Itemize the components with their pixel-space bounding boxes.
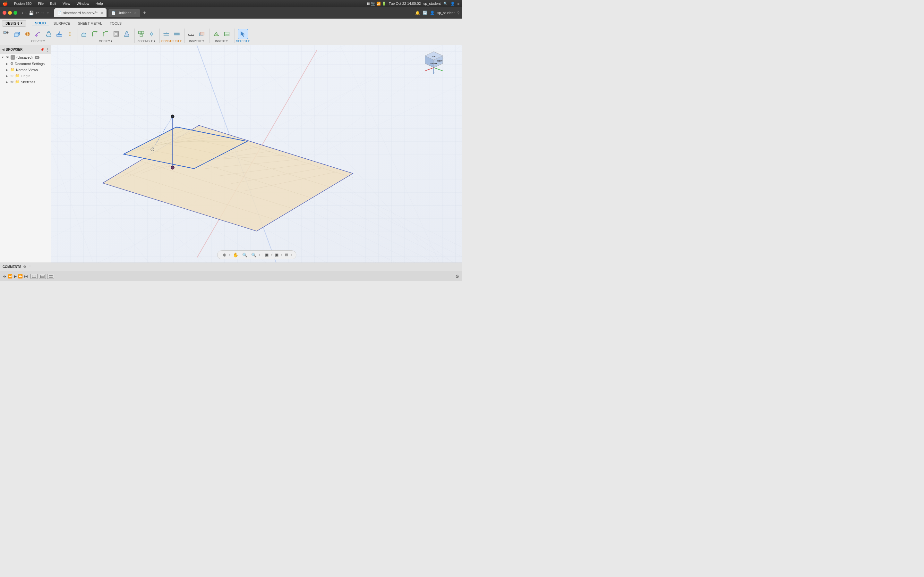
insert-svg-button[interactable]: SVG [222, 29, 232, 39]
new-component-assemble-button[interactable] [136, 29, 146, 39]
browser-item-document-settings[interactable]: ▶ ⚙ Document Settings [0, 61, 51, 67]
extrude-button[interactable] [12, 29, 22, 39]
timeline-next-button[interactable]: ⏩ [18, 274, 23, 279]
tab-surface[interactable]: SURFACE [50, 21, 73, 26]
svg-rect-32 [164, 33, 169, 34]
timeline-play-button[interactable]: ▶ [14, 274, 17, 279]
svg-point-17 [69, 33, 71, 35]
browser-collapse-icon[interactable]: ◀ [2, 48, 5, 51]
menu-window[interactable]: Window [75, 2, 90, 5]
grid-button[interactable]: ⊞ [284, 252, 289, 258]
menu-bar: 🍎 Fusion 360 File Edit View Window Help … [0, 0, 462, 7]
midplane-button[interactable] [172, 29, 182, 39]
chamfer-button[interactable] [100, 29, 111, 39]
rib-button[interactable] [54, 29, 65, 39]
interference-button[interactable] [197, 29, 207, 39]
notification-icon[interactable]: 🔔 [415, 11, 420, 15]
orbit-dropdown-icon[interactable]: ▾ [229, 253, 230, 256]
select-label: SELECT ▾ [236, 39, 250, 43]
sketches-folder-icon: 📁 [15, 80, 19, 84]
viewport-orbit-button[interactable]: ⊕ [221, 251, 228, 258]
grid-dropdown[interactable]: ▾ [291, 253, 292, 256]
tab-close-skateboard[interactable]: ✕ [101, 11, 103, 15]
timeline-last-button[interactable]: ⏭ [24, 274, 28, 279]
comments-settings-icon[interactable]: ⚙ [23, 265, 26, 269]
maximize-window-button[interactable] [13, 11, 17, 15]
view-mode-button[interactable]: ▣ [264, 252, 270, 258]
draft-button[interactable] [121, 29, 132, 39]
minimize-window-button[interactable] [8, 11, 12, 15]
timeline-box-2[interactable] [39, 274, 46, 279]
help-icon[interactable]: ? [457, 11, 459, 15]
user-avatar[interactable]: 👤 [451, 2, 455, 6]
timeline-box-1[interactable] [31, 274, 37, 279]
tab-close-untitled[interactable]: ✕ [134, 11, 137, 15]
origin-label: Origin [21, 74, 30, 78]
sweep-button[interactable] [33, 29, 43, 39]
tab-sheet-metal[interactable]: SHEET METAL [75, 21, 105, 26]
nav-undo-button[interactable]: ↩ [36, 11, 39, 15]
menu-view[interactable]: View [61, 2, 71, 5]
shell-button[interactable] [111, 29, 121, 39]
origin-eye-icon[interactable]: 👁 [10, 74, 14, 78]
sketches-eye-icon[interactable]: 👁 [10, 80, 14, 84]
timeline-prev-button[interactable]: ⏪ [8, 274, 13, 279]
menu-help[interactable]: Help [94, 2, 104, 5]
close-window-button[interactable] [3, 11, 6, 15]
joint-button[interactable] [147, 29, 157, 39]
menu-fusion360[interactable]: Fusion 360 [13, 2, 33, 5]
browser-item-unsaved[interactable]: ▼ 👁 □ (Unsaved) ● [0, 54, 51, 61]
browser-item-sketches[interactable]: ▶ 👁 📁 Sketches [0, 79, 51, 85]
tab-tools[interactable]: TOOLS [107, 21, 125, 26]
new-tab-button[interactable]: + [143, 10, 146, 16]
browser-more-icon[interactable]: ⋮ [45, 47, 49, 52]
nav-redo-button[interactable]: ↪ [41, 11, 44, 15]
zoom-dropdown-icon[interactable]: ▾ [259, 253, 260, 256]
nav-back-button[interactable]: ‹ [22, 10, 23, 15]
loft-button[interactable] [44, 29, 54, 39]
design-mode-button[interactable]: DESIGN ▼ [2, 20, 26, 27]
browser-item-named-views[interactable]: ▶ 📁 Named Views [0, 67, 51, 73]
eye-icon[interactable]: 👁 [6, 55, 9, 59]
revolve-button[interactable] [23, 29, 33, 39]
browser-item-origin[interactable]: ▶ 👁 📁 Origin [0, 73, 51, 79]
unsaved-label: (Unsaved) [16, 55, 33, 59]
display-dropdown[interactable]: ▾ [281, 253, 282, 256]
nav-forward-button[interactable]: › [25, 10, 27, 15]
create-buttons [1, 29, 75, 39]
nav-extra-button[interactable]: ▼ [46, 11, 50, 15]
tab-skateboard[interactable]: 📄 skateboard holder v2* ✕ [54, 8, 107, 17]
tab-untitled[interactable]: 📄 Untitled* ✕ [108, 9, 140, 17]
new-component-button[interactable] [1, 29, 11, 39]
nav-save-button[interactable]: 💾 [29, 11, 34, 15]
timeline-box-3[interactable] [47, 274, 54, 279]
menu-icon[interactable]: ≡ [457, 2, 459, 5]
browser-pin-icon[interactable]: 📌 [40, 48, 44, 51]
offset-plane-button[interactable] [161, 29, 171, 39]
apple-logo-icon[interactable]: 🍎 [3, 1, 8, 6]
tab-solid[interactable]: SOLID [32, 21, 49, 26]
comments-expand-icon[interactable]: ⋮ [28, 265, 32, 269]
user-profile-icon[interactable]: 👤 [430, 11, 435, 15]
svg-rect-33 [164, 35, 169, 35]
display-mode-button[interactable]: ▣ [274, 252, 280, 258]
press-pull-button[interactable] [79, 29, 89, 39]
timeline-settings-button[interactable]: ⚙ [455, 274, 459, 279]
more-create-button[interactable] [65, 29, 75, 39]
menu-edit[interactable]: Edit [49, 2, 57, 5]
timeline-first-button[interactable]: ⏮ [3, 274, 6, 279]
viewport[interactable]: FRONT RIGHT TOP Z ⊕ ▾ ✋ 🔍 🔍 ▾ | ▣ ▾ [51, 45, 462, 263]
select-button[interactable] [238, 29, 248, 39]
view-mode-dropdown[interactable]: ▾ [271, 253, 272, 256]
menu-file[interactable]: File [37, 2, 45, 5]
sync-icon[interactable]: 🔄 [423, 11, 427, 15]
insert-mesh-button[interactable] [211, 29, 221, 39]
viewport-zoom-button[interactable]: 🔍 [241, 252, 249, 258]
viewport-pan-button[interactable]: ✋ [232, 251, 240, 258]
fillet-button[interactable] [90, 29, 100, 39]
view-cube[interactable]: FRONT RIGHT TOP Z [422, 50, 446, 74]
viewport-zoom-dropdown[interactable]: 🔍 [250, 252, 258, 258]
search-icon[interactable]: 🔍 [443, 2, 448, 6]
measure-button[interactable] [186, 29, 196, 39]
viewport-bottom-toolbar: ⊕ ▾ ✋ 🔍 🔍 ▾ | ▣ ▾ ▣ ▾ ⊞ ▾ [217, 250, 296, 259]
